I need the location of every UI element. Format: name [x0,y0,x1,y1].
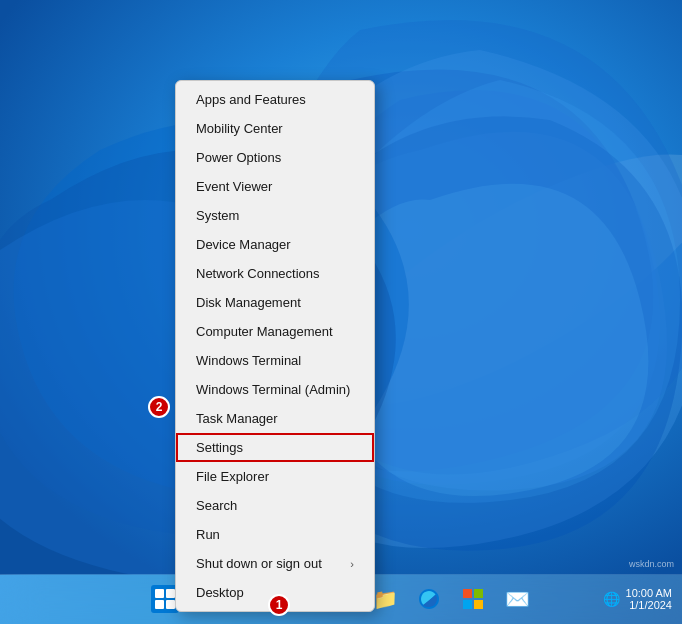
menu-item-label-search: Search [196,498,237,513]
menu-item-run[interactable]: Run [176,520,374,549]
menu-item-device-manager[interactable]: Device Manager [176,230,374,259]
file-explorer-icon: 📁 [373,587,398,611]
menu-item-system[interactable]: System [176,201,374,230]
edge-icon [417,587,441,611]
menu-item-power-options[interactable]: Power Options [176,143,374,172]
store-button[interactable] [453,579,493,619]
menu-item-label-event-viewer: Event Viewer [196,179,272,194]
svg-rect-10 [463,589,472,598]
menu-item-label-system: System [196,208,239,223]
menu-item-label-computer-management: Computer Management [196,324,333,339]
menu-item-label-network-connections: Network Connections [196,266,320,281]
menu-item-apps-features[interactable]: Apps and Features [176,85,374,114]
menu-item-network-connections[interactable]: Network Connections [176,259,374,288]
menu-item-windows-terminal[interactable]: Windows Terminal [176,346,374,375]
menu-item-event-viewer[interactable]: Event Viewer [176,172,374,201]
submenu-arrow-icon: › [350,558,354,570]
menu-item-label-device-manager: Device Manager [196,237,291,252]
menu-item-computer-management[interactable]: Computer Management [176,317,374,346]
menu-item-label-desktop: Desktop [196,585,244,600]
menu-item-label-power-options: Power Options [196,150,281,165]
time-display: 10:00 AM1/1/2024 [626,587,672,611]
svg-rect-13 [474,600,483,609]
taskbar-system-tray: 🌐 10:00 AM1/1/2024 [603,587,672,611]
menu-item-label-run: Run [196,527,220,542]
menu-item-label-disk-management: Disk Management [196,295,301,310]
network-icon: 🌐 [603,591,620,607]
menu-item-file-explorer[interactable]: File Explorer [176,462,374,491]
svg-rect-11 [474,589,483,598]
svg-rect-12 [463,600,472,609]
store-icon [461,587,485,611]
menu-item-label-shut-down: Shut down or sign out [196,556,322,571]
menu-item-label-task-manager: Task Manager [196,411,278,426]
watermark: wskdn.com [629,559,674,569]
badge-1: 1 [268,594,290,616]
desktop: Apps and FeaturesMobility CenterPower Op… [0,0,682,624]
mail-icon: ✉️ [505,587,530,611]
menu-item-label-windows-terminal-admin: Windows Terminal (Admin) [196,382,350,397]
edge-browser-button[interactable] [409,579,449,619]
mail-button[interactable]: ✉️ [497,579,537,619]
menu-item-disk-management[interactable]: Disk Management [176,288,374,317]
menu-item-task-manager[interactable]: Task Manager [176,404,374,433]
context-menu: Apps and FeaturesMobility CenterPower Op… [175,80,375,612]
menu-item-label-apps-features: Apps and Features [196,92,306,107]
menu-item-label-windows-terminal: Windows Terminal [196,353,301,368]
menu-item-label-settings: Settings [196,440,243,455]
menu-item-windows-terminal-admin[interactable]: Windows Terminal (Admin) [176,375,374,404]
menu-item-settings[interactable]: Settings [176,433,374,462]
badge-2: 2 [148,396,170,418]
menu-item-label-file-explorer: File Explorer [196,469,269,484]
menu-item-search[interactable]: Search [176,491,374,520]
menu-item-shut-down[interactable]: Shut down or sign out› [176,549,374,578]
menu-item-label-mobility-center: Mobility Center [196,121,283,136]
menu-item-mobility-center[interactable]: Mobility Center [176,114,374,143]
